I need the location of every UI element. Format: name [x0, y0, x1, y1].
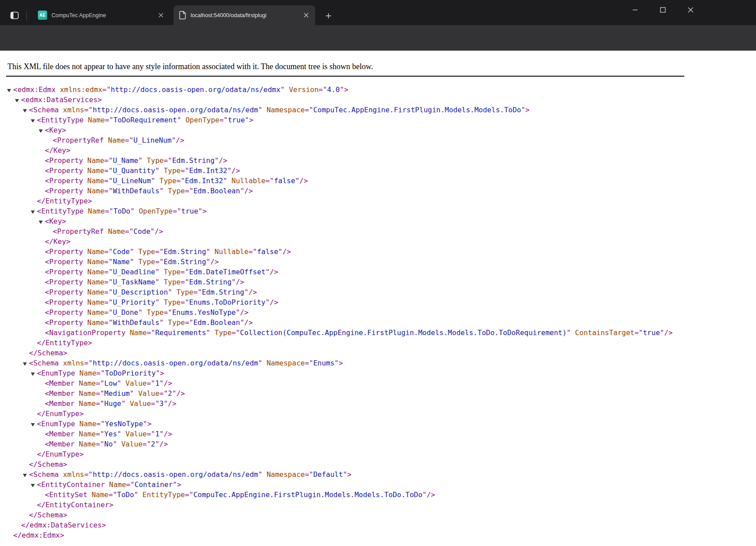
xml-attribute-value: true: [181, 207, 199, 215]
xml-line: <Property Name="U_Description" Type="Edm…: [0, 287, 756, 297]
xml-attribute-value: Code: [113, 247, 130, 256]
collapse-arrow-icon[interactable]: [39, 129, 43, 133]
xml-tag: <PropertyRef: [53, 227, 108, 236]
xml-attribute-value: U_TaskName: [113, 278, 155, 286]
xml-tag: =": [219, 116, 228, 124]
xml-tag: </EntityContainer>: [37, 501, 113, 509]
xml-tag: =": [181, 278, 189, 286]
xml-tag: =": [164, 156, 172, 165]
collapse-arrow-icon[interactable]: [39, 221, 43, 224]
xml-attribute-name: OpenType: [185, 116, 219, 124]
xml-tag: "/>: [422, 491, 435, 499]
xml-attribute-name: Name: [79, 369, 96, 377]
xml-attribute-name: Name: [87, 177, 104, 185]
collapse-arrow-icon[interactable]: [23, 362, 27, 365]
xml-attribute-name: Value: [121, 440, 142, 448]
collapse-arrow-icon[interactable]: [7, 89, 11, 92]
xml-tag: ": [258, 106, 266, 114]
xml-attribute-name: Nullable: [232, 177, 266, 185]
xml-tag: =": [102, 85, 111, 94]
xml-tag: <PropertyRef: [53, 136, 108, 144]
window-close-icon[interactable]: [680, 0, 701, 20]
xml-line: <EnumType Name="YesNoType">: [0, 419, 756, 429]
xml-tag: =": [173, 207, 181, 215]
xml-line: <EnumType Name="ToDoPriority">: [0, 368, 756, 378]
xml-tag: ": [206, 328, 214, 337]
tab-metadata[interactable]: localhost:54000/odata/firstplugi: [173, 5, 315, 25]
xml-tag: "/>: [266, 298, 278, 306]
xml-attribute-value: Edm.String: [202, 288, 244, 296]
tab-bar: AE CompuTec AppEngine localhost:54000/od…: [0, 0, 756, 25]
xml-tag: <Property: [45, 268, 87, 276]
xml-attribute-name: Version: [289, 85, 318, 94]
xml-tag: </Key>: [45, 237, 70, 246]
xml-tag: =": [96, 389, 104, 398]
xml-tag: =": [248, 247, 257, 256]
xml-line: </EnumType>: [0, 409, 756, 419]
collapse-arrow-icon[interactable]: [31, 210, 35, 214]
xml-attribute-value: U_LineNum: [133, 136, 172, 144]
xml-attribute-value: http://docs.oasis-open.org/odata/ns/edmx: [111, 85, 280, 94]
xml-tag: ": [567, 328, 575, 337]
xml-tag: =": [104, 288, 113, 296]
collapse-arrow-icon[interactable]: [31, 423, 35, 426]
xml-attribute-value: U_Description: [113, 288, 168, 296]
tab-close-icon[interactable]: [156, 11, 166, 20]
xml-tag: ": [134, 491, 142, 499]
xml-line: </edmx:DataServices>: [0, 520, 756, 530]
xml-tag: ">: [143, 420, 151, 428]
xml-tag: </Schema>: [29, 460, 67, 469]
maximize-icon[interactable]: [653, 0, 673, 20]
xml-attribute-name: Name: [87, 166, 104, 175]
xml-tree: <edmx:Edmx xmlns:edmx="http://docs.oasis…: [0, 85, 756, 540]
xml-attribute-value: ToDoRequirement: [113, 116, 177, 124]
collapse-arrow-icon[interactable]: [31, 484, 35, 487]
xml-line: <edmx:Edmx xmlns:edmx="http://docs.oasis…: [0, 85, 756, 95]
tab-close-icon[interactable]: [301, 11, 311, 20]
xml-tag: =": [96, 440, 104, 448]
xml-tag: ": [168, 288, 176, 296]
xml-tag: ": [138, 308, 147, 317]
xml-attribute-value: Requirements: [155, 328, 206, 337]
xml-attribute-value: No: [104, 440, 113, 448]
minimize-icon[interactable]: [625, 0, 645, 20]
workspaces-icon[interactable]: [8, 9, 21, 22]
xml-tag: =": [104, 308, 113, 317]
collapse-arrow-icon[interactable]: [31, 119, 35, 122]
xml-tag: =": [155, 258, 163, 266]
xml-tag: =": [266, 177, 274, 185]
xml-tag: "/>: [232, 278, 244, 286]
xml-attribute-name: Name: [87, 298, 104, 306]
xml-attribute-name: Name: [87, 308, 104, 317]
xml-attribute-name: xmlns: [63, 470, 84, 479]
tab-computec-appengine[interactable]: AE CompuTec AppEngine: [33, 5, 170, 25]
collapse-arrow-icon[interactable]: [23, 474, 27, 477]
xml-attribute-name: Type: [159, 177, 177, 185]
xml-attribute-value: false: [274, 177, 295, 185]
xml-attribute-name: Name: [79, 389, 96, 398]
xml-tag: ": [280, 85, 289, 94]
xml-tag: =": [96, 399, 104, 408]
xml-tag: ": [258, 359, 266, 367]
xml-tag: =": [104, 156, 113, 165]
xml-attribute-value: CompuTec.AppEngine.FirstPlugin.Models.Mo…: [193, 491, 422, 499]
xml-tag: <Property: [45, 247, 87, 256]
new-tab-icon[interactable]: [323, 10, 334, 22]
xml-tag: <EntitySet: [45, 491, 92, 499]
xml-tag: ">: [335, 359, 343, 367]
xml-tag: ": [117, 379, 125, 387]
xml-line: <EntitySet Name="ToDo" EntityType="Compu…: [0, 490, 756, 500]
xml-line: <Member Name="Low" Value="1"/>: [0, 378, 756, 388]
xml-tag: ": [223, 177, 232, 185]
xml-tag: "/>: [236, 308, 248, 317]
xml-attribute-value: Name: [113, 258, 130, 266]
xml-line: </Schema>: [0, 459, 756, 469]
collapse-arrow-icon[interactable]: [31, 373, 35, 376]
collapse-arrow-icon[interactable]: [15, 99, 19, 102]
xml-tag: =": [185, 187, 193, 195]
xml-tag: ": [206, 247, 214, 256]
xml-attribute-name: Type: [168, 187, 185, 195]
collapse-arrow-icon[interactable]: [23, 109, 27, 112]
xml-line: <Property Name="Name" Type="Edm.String"/…: [0, 257, 756, 267]
xml-attribute-name: Name: [88, 116, 105, 124]
